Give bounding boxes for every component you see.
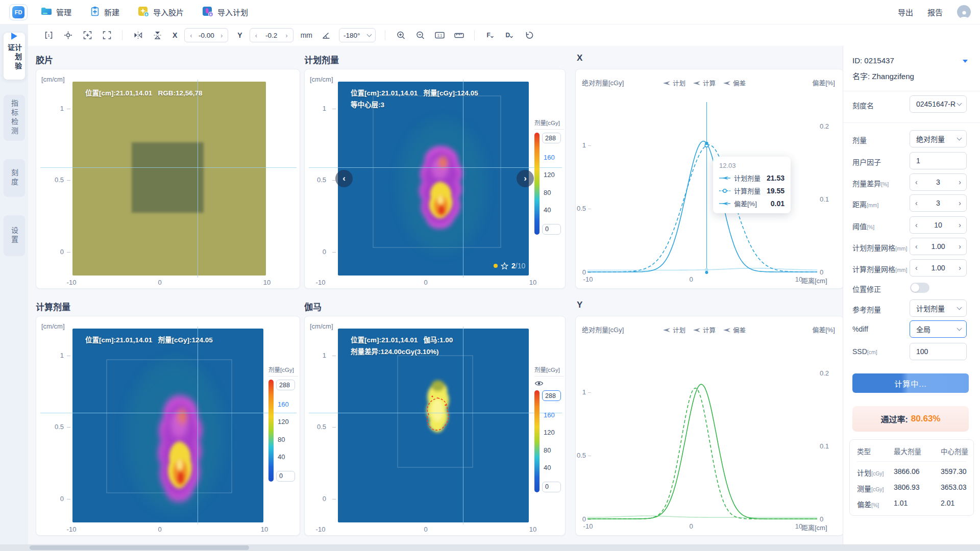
y-tick: 0 bbox=[306, 248, 326, 256]
zoom-out-icon[interactable] bbox=[414, 29, 426, 41]
stepper-decrease-icon[interactable]: ‹ bbox=[915, 178, 918, 186]
tab-label: 计划验证 bbox=[7, 44, 21, 80]
stepper-increase-icon[interactable]: › bbox=[959, 221, 961, 229]
zoom-in-icon[interactable] bbox=[395, 29, 407, 41]
dose-type-select[interactable]: 绝对剂量 bbox=[910, 130, 967, 147]
colorbar-max-input[interactable]: 288 bbox=[542, 133, 561, 143]
percent-diff-select[interactable]: 全局 bbox=[910, 320, 967, 338]
x-offset-stepper[interactable]: ‹ -0.00 › bbox=[184, 28, 228, 42]
legend-marker-icon bbox=[663, 81, 671, 86]
isodose-level-160[interactable]: 160 bbox=[542, 411, 561, 419]
eye-icon[interactable] bbox=[534, 380, 564, 389]
legend-deviation[interactable]: 偏差 bbox=[723, 325, 746, 335]
table-row: 测量[cGy] 3806.93 3653.03 bbox=[857, 483, 966, 493]
tab-indicator-detection[interactable]: 指标检测 bbox=[4, 95, 25, 141]
tab-settings[interactable]: 设置 bbox=[4, 215, 25, 256]
move-selection-icon[interactable] bbox=[81, 29, 93, 41]
film-function-icon[interactable]: F bbox=[484, 29, 496, 41]
isodose-level-40[interactable]: 40 bbox=[542, 464, 561, 471]
actual-size-icon[interactable]: 1:1 bbox=[433, 29, 446, 41]
tab-calibration[interactable]: 刻度 bbox=[4, 159, 25, 197]
legend-calc[interactable]: 计算 bbox=[693, 78, 716, 88]
menu-new[interactable]: 新建 bbox=[90, 6, 119, 18]
app-logo-text: FD bbox=[12, 6, 24, 18]
undo-icon[interactable] bbox=[523, 29, 535, 41]
user-factor-input[interactable]: 1 bbox=[910, 152, 967, 169]
stepper-increase-icon[interactable]: › bbox=[959, 178, 961, 186]
crosshair-horizontal bbox=[309, 413, 562, 413]
tab-plan-verification[interactable]: 计划验证 bbox=[4, 33, 25, 80]
isodose-level-160[interactable]: 160 bbox=[542, 154, 561, 161]
y-offset-stepper[interactable]: ‹ -0.2 › bbox=[250, 28, 293, 42]
flip-vertical-icon[interactable] bbox=[151, 29, 163, 41]
colorbar-min-input[interactable]: 0 bbox=[542, 224, 561, 235]
legend-plan[interactable]: 计划 bbox=[663, 78, 685, 88]
stepper-increase-icon[interactable]: › bbox=[284, 32, 288, 39]
legend-calc[interactable]: 计算 bbox=[693, 325, 716, 335]
isodose-level-120[interactable]: 120 bbox=[276, 418, 295, 425]
slice-pager-badge[interactable]: 2/10 bbox=[494, 261, 525, 270]
x-offset-label: X bbox=[173, 31, 177, 39]
ruler-icon[interactable] bbox=[453, 29, 465, 41]
menu-import-film[interactable]: 导入胶片 bbox=[138, 6, 184, 18]
distance-stepper[interactable]: ‹3› bbox=[910, 194, 967, 212]
flip-horizontal-icon[interactable] bbox=[132, 29, 144, 41]
select-region-icon[interactable] bbox=[101, 29, 113, 41]
divider bbox=[843, 91, 980, 91]
isodose-level-80[interactable]: 80 bbox=[276, 436, 295, 443]
isodose-level-120[interactable]: 120 bbox=[542, 171, 561, 179]
film-cursor-readout: 位置[cm]:21.01,14.01 RGB:12,56,78 bbox=[78, 82, 210, 106]
scale-name-select[interactable]: 02451647-R bbox=[910, 95, 967, 113]
rotation-select[interactable]: -180° bbox=[339, 28, 376, 42]
colorbar-max-input[interactable]: 288 bbox=[542, 390, 561, 401]
center-target-icon[interactable] bbox=[62, 29, 74, 41]
layout-single-icon[interactable]: 1 bbox=[42, 29, 55, 41]
colorbar-min-input[interactable]: 0 bbox=[276, 471, 295, 482]
isodose-level-80[interactable]: 80 bbox=[542, 446, 561, 454]
stepper-decrease-icon[interactable]: ‹ bbox=[915, 242, 918, 251]
isodose-level-160[interactable]: 160 bbox=[276, 400, 295, 408]
calc-dose-image[interactable] bbox=[72, 329, 263, 522]
threshold-stepper[interactable]: ‹10› bbox=[910, 216, 967, 234]
reference-dose-select[interactable]: 计划剂量 bbox=[910, 299, 967, 317]
stepper-decrease-icon[interactable]: ‹ bbox=[254, 32, 258, 39]
plan-grid-stepper[interactable]: ‹1.00› bbox=[910, 238, 967, 255]
stepper-increase-icon[interactable]: › bbox=[959, 242, 961, 251]
legend-deviation[interactable]: 偏差 bbox=[723, 78, 746, 88]
menu-manage[interactable]: 管理 bbox=[41, 7, 71, 17]
y-profile-chart[interactable] bbox=[587, 347, 817, 523]
patient-dropdown-caret[interactable] bbox=[963, 60, 968, 63]
isodose-level-80[interactable]: 80 bbox=[542, 189, 561, 196]
stepper-increase-icon[interactable]: › bbox=[959, 264, 961, 272]
dose-diff-stepper[interactable]: ‹3› bbox=[910, 173, 967, 191]
x-tick: -10 bbox=[61, 279, 82, 286]
colorbar-max-input[interactable]: 288 bbox=[276, 380, 295, 390]
menu-import-plan[interactable]: 导入计划 bbox=[202, 6, 248, 18]
report-button[interactable]: 报告 bbox=[927, 7, 943, 17]
tooltip-row: 偏差[%] 0.01 bbox=[719, 198, 785, 208]
compute-button[interactable]: 计算中... bbox=[852, 373, 969, 393]
stepper-decrease-icon[interactable]: ‹ bbox=[915, 199, 918, 207]
export-button[interactable]: 导出 bbox=[898, 7, 913, 17]
position-correction-toggle[interactable] bbox=[910, 283, 929, 293]
stepper-decrease-icon[interactable]: ‹ bbox=[189, 32, 193, 39]
colorbar-min-input[interactable]: 0 bbox=[542, 482, 561, 492]
legend-plan[interactable]: 计划 bbox=[663, 325, 685, 335]
prev-slice-button[interactable]: ‹ bbox=[335, 170, 353, 187]
film-image[interactable] bbox=[72, 82, 266, 276]
app-logo[interactable]: FD bbox=[9, 4, 28, 20]
next-slice-button[interactable]: › bbox=[517, 170, 534, 187]
stepper-decrease-icon[interactable]: ‹ bbox=[915, 221, 918, 229]
stepper-increase-icon[interactable]: › bbox=[219, 32, 224, 39]
dose-function-icon[interactable]: D bbox=[503, 29, 516, 41]
scrollbar-thumb[interactable] bbox=[30, 545, 249, 550]
ssd-input[interactable]: 100 bbox=[910, 343, 967, 360]
stepper-decrease-icon[interactable]: ‹ bbox=[915, 264, 918, 272]
isodose-level-120[interactable]: 120 bbox=[542, 429, 561, 436]
user-avatar[interactable] bbox=[957, 5, 971, 19]
isodose-level-40[interactable]: 40 bbox=[542, 206, 561, 214]
calc-grid-stepper[interactable]: ‹1.00› bbox=[910, 259, 967, 277]
isodose-level-40[interactable]: 40 bbox=[276, 453, 295, 461]
stepper-increase-icon[interactable]: › bbox=[959, 199, 961, 207]
calc-dose-panel: [cm/cm] 1 0.5 0 bbox=[36, 316, 300, 536]
